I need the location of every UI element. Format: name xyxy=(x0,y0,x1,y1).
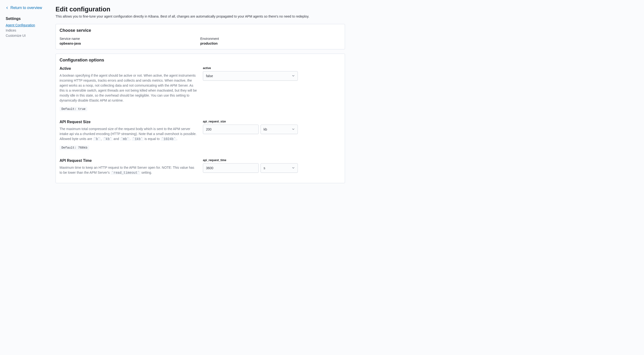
sidebar: Return to overview Settings Agent Config… xyxy=(6,6,56,188)
chevron-down-icon xyxy=(289,166,298,170)
sidebar-item-customize-ui[interactable]: Customize UI xyxy=(6,34,56,38)
sidebar-item-label[interactable]: Agent Configuration xyxy=(6,23,35,27)
api-request-time-input[interactable] xyxy=(203,164,258,172)
sidebar-item-label[interactable]: Indices xyxy=(6,28,16,32)
configuration-options-title: Configuration options xyxy=(60,58,341,63)
environment-label: Environment xyxy=(200,37,341,40)
desc-tail: . xyxy=(176,137,177,141)
page-subtitle: This allows you to fine-tune your agent … xyxy=(56,14,345,18)
sidebar-item-label[interactable]: Customize UI xyxy=(6,34,26,38)
service-name-col: Service name opbeans-java xyxy=(60,37,200,45)
desc-sep: . xyxy=(130,137,132,141)
configuration-options-panel: Configuration options Active A boolean s… xyxy=(56,54,345,183)
option-api-request-size-title: API Request Size xyxy=(60,120,197,124)
return-link-label: Return to overview xyxy=(10,6,42,10)
code-kb: `kb` xyxy=(103,137,113,141)
choose-service-panel: Choose service Service name opbeans-java… xyxy=(56,24,345,49)
api-request-size-input[interactable] xyxy=(203,125,258,134)
service-name-value: opbeans-java xyxy=(60,42,200,45)
return-to-overview-link[interactable]: Return to overview xyxy=(6,6,56,10)
page-title: Edit configuration xyxy=(56,6,345,13)
api-request-time-field-label: api_request_time xyxy=(203,158,298,162)
desc-sep: , xyxy=(101,137,103,141)
choose-service-title: Choose service xyxy=(60,28,341,33)
sidebar-item-indices[interactable]: Indices xyxy=(6,28,56,32)
chevron-down-icon xyxy=(289,74,298,78)
option-api-request-size-default: Default: 768kb xyxy=(60,146,89,150)
active-select-value: false xyxy=(203,74,289,78)
option-api-request-size-desc: The maximum total compressed size of the… xyxy=(60,126,197,142)
environment-value: production xyxy=(200,42,341,45)
option-api-request-size: API Request Size The maximum total compr… xyxy=(60,120,341,150)
option-active-desc: A boolean specifying if the agent should… xyxy=(60,73,197,103)
option-active-title: Active xyxy=(60,66,197,71)
code-mb: `mb` xyxy=(120,137,130,141)
code-b: `b` xyxy=(93,137,101,141)
chevron-left-icon xyxy=(6,6,8,9)
sidebar-item-agent-configuration[interactable]: Agent Configuration xyxy=(6,23,56,27)
option-api-request-time-title: API Request Time xyxy=(60,158,197,163)
api-request-time-input-wrap xyxy=(203,163,259,173)
main-content: Edit configuration This allows you to fi… xyxy=(56,6,345,188)
code-1024b: `1024b` xyxy=(161,137,176,141)
api-request-size-field-label: api_request_size xyxy=(203,120,298,123)
api-request-time-unit-select[interactable]: s xyxy=(260,163,298,173)
desc-tail: setting. xyxy=(140,170,152,174)
option-api-request-time: API Request Time Maximum time to keep an… xyxy=(60,158,341,179)
code-1kb: `1kb` xyxy=(132,137,144,141)
environment-col: Environment production xyxy=(200,37,341,45)
sidebar-heading: Settings xyxy=(6,16,56,21)
option-active: Active A boolean specifying if the agent… xyxy=(60,66,341,111)
option-api-request-time-desc: Maximum time to keep an HTTP request to … xyxy=(60,165,197,175)
desc-sep: and xyxy=(112,137,120,141)
desc-sep: is equal to xyxy=(144,137,161,141)
api-request-size-unit-value: kb xyxy=(261,128,289,131)
option-active-default: Default: true xyxy=(60,107,87,111)
api-request-time-unit-value: s xyxy=(261,166,289,170)
service-name-label: Service name xyxy=(60,37,200,40)
active-field-label: active xyxy=(203,66,298,70)
api-request-size-input-wrap xyxy=(203,124,259,134)
active-select[interactable]: false xyxy=(203,71,298,81)
code-read-timeout: `read_timeout` xyxy=(110,171,140,175)
chevron-down-icon xyxy=(289,128,298,131)
api-request-size-unit-select[interactable]: kb xyxy=(260,124,298,134)
